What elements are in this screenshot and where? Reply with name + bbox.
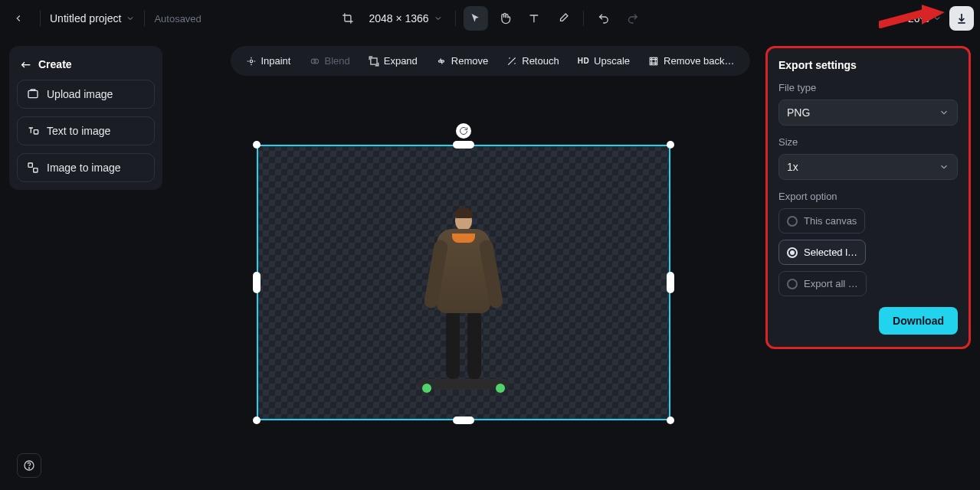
resize-handle-tr[interactable] bbox=[667, 141, 674, 149]
file-type-select[interactable]: PNG bbox=[778, 100, 958, 126]
sidebar-title: Create bbox=[38, 58, 72, 70]
create-icon bbox=[20, 58, 32, 70]
blend-label: Blend bbox=[324, 55, 349, 67]
svg-point-11 bbox=[28, 468, 29, 469]
export-title: Export settings bbox=[778, 59, 958, 71]
radio-icon bbox=[787, 247, 798, 258]
chevron-down-icon bbox=[932, 14, 942, 23]
canvas-image-person-skateboard bbox=[418, 198, 510, 390]
resize-handle-br[interactable] bbox=[667, 416, 674, 424]
text-to-image-icon bbox=[27, 125, 39, 137]
svg-rect-9 bbox=[650, 57, 657, 64]
tool-remove[interactable]: Remove bbox=[428, 51, 496, 71]
size-value: 1x bbox=[787, 161, 798, 173]
chevron-down-icon bbox=[939, 162, 949, 172]
radio-icon bbox=[787, 279, 798, 289]
removebg-label: Remove back… bbox=[664, 55, 734, 67]
inpaint-icon bbox=[245, 56, 256, 67]
text-tool[interactable] bbox=[522, 6, 546, 31]
undo-button[interactable] bbox=[592, 6, 616, 31]
hand-tool[interactable] bbox=[493, 6, 517, 31]
help-button[interactable] bbox=[17, 453, 41, 478]
resize-handle-right[interactable] bbox=[667, 272, 674, 293]
radio-icon bbox=[787, 216, 798, 227]
svg-point-4 bbox=[250, 60, 253, 63]
image-to-image-label: Image to image bbox=[47, 162, 121, 174]
svg-rect-3 bbox=[34, 168, 38, 172]
remove-icon bbox=[436, 56, 447, 67]
export-settings-panel: Export settings File type PNG Size 1x Ex… bbox=[765, 46, 971, 349]
sidebar-create-panel: Create Upload image Text to image Image … bbox=[9, 46, 162, 190]
divider bbox=[583, 11, 584, 26]
canvas-selection[interactable] bbox=[257, 145, 670, 420]
zoom-level[interactable]: 26% bbox=[905, 12, 945, 24]
tool-expand[interactable]: Expand bbox=[361, 51, 425, 71]
file-type-value: PNG bbox=[787, 106, 810, 119]
opt-selected-label: Selected l… bbox=[804, 247, 857, 258]
tool-remove-background[interactable]: Remove back… bbox=[641, 51, 742, 71]
expand-icon bbox=[369, 56, 379, 67]
retouch-icon bbox=[506, 56, 517, 67]
inpaint-label: Inpaint bbox=[261, 55, 290, 67]
svg-rect-1 bbox=[34, 130, 38, 134]
download-icon-button[interactable] bbox=[949, 6, 974, 31]
image-to-image-button[interactable]: Image to image bbox=[17, 153, 155, 182]
export-option-export-all[interactable]: Export all … bbox=[778, 271, 867, 296]
text-to-image-button[interactable]: Text to image bbox=[17, 116, 155, 145]
retouch-label: Retouch bbox=[522, 55, 559, 67]
blend-icon bbox=[309, 56, 320, 67]
svg-rect-2 bbox=[28, 163, 32, 167]
chevron-down-icon bbox=[434, 14, 443, 23]
upload-label: Upload image bbox=[47, 88, 113, 100]
canvas-dimensions-text: 2048 × 1366 bbox=[369, 12, 428, 24]
divider bbox=[144, 11, 145, 26]
zoom-text: 26% bbox=[908, 12, 929, 24]
action-toolbar: Inpaint Blend Expand Remove Retouch HD U… bbox=[230, 46, 749, 76]
image-to-image-icon bbox=[27, 162, 39, 174]
chevron-down-icon bbox=[939, 107, 949, 118]
expand-label: Expand bbox=[384, 55, 418, 67]
file-type-label: File type bbox=[778, 82, 958, 93]
download-button[interactable]: Download bbox=[879, 307, 958, 335]
canvas-dimensions[interactable]: 2048 × 1366 bbox=[364, 12, 447, 24]
canvas-area[interactable] bbox=[176, 83, 750, 482]
back-button[interactable] bbox=[6, 6, 31, 31]
resize-handle-tl[interactable] bbox=[253, 141, 261, 149]
tool-inpaint[interactable]: Inpaint bbox=[238, 51, 298, 71]
divider bbox=[455, 11, 456, 26]
size-select[interactable]: 1x bbox=[778, 154, 958, 180]
upload-icon bbox=[27, 88, 39, 100]
eyedropper-tool[interactable] bbox=[551, 6, 575, 31]
upscale-label: Upscale bbox=[594, 55, 630, 67]
redo-button[interactable] bbox=[621, 6, 645, 31]
resize-handle-top[interactable] bbox=[453, 141, 474, 149]
rotate-handle[interactable] bbox=[456, 123, 471, 139]
opt-all-label: Export all … bbox=[804, 278, 858, 289]
removebg-icon bbox=[648, 56, 659, 67]
size-label: Size bbox=[778, 136, 958, 148]
text-to-image-label: Text to image bbox=[47, 125, 110, 137]
resize-handle-bl[interactable] bbox=[253, 416, 261, 424]
sidebar-header: Create bbox=[17, 54, 155, 80]
project-title[interactable]: Untitled project bbox=[50, 12, 135, 24]
resize-handle-left[interactable] bbox=[253, 272, 261, 293]
upload-image-button[interactable]: Upload image bbox=[17, 80, 155, 109]
cursor-tool[interactable] bbox=[464, 6, 488, 31]
autosaved-status: Autosaved bbox=[154, 13, 201, 24]
svg-rect-0 bbox=[28, 90, 38, 97]
remove-label: Remove bbox=[451, 55, 488, 67]
chevron-down-icon bbox=[126, 14, 135, 23]
divider bbox=[40, 11, 41, 26]
export-option-label: Export option bbox=[778, 191, 958, 202]
opt-canvas-label: This canvas bbox=[804, 215, 857, 227]
crop-button[interactable] bbox=[335, 6, 359, 31]
project-title-text: Untitled project bbox=[50, 12, 121, 24]
tool-retouch[interactable]: Retouch bbox=[499, 51, 566, 71]
tool-upscale[interactable]: HD Upscale bbox=[570, 51, 637, 71]
svg-rect-7 bbox=[371, 57, 377, 64]
hd-icon: HD bbox=[578, 57, 589, 65]
export-option-selected-layer[interactable]: Selected l… bbox=[778, 240, 866, 265]
resize-handle-bottom[interactable] bbox=[453, 416, 474, 424]
export-option-this-canvas[interactable]: This canvas bbox=[778, 208, 865, 234]
tool-blend: Blend bbox=[301, 51, 357, 71]
